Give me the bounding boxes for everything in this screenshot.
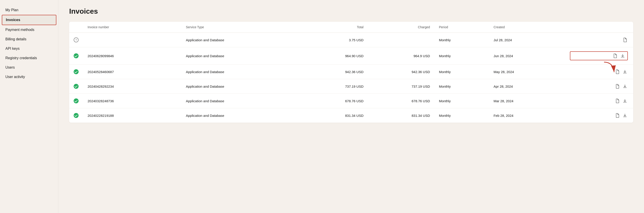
col-header-created: Created [489, 22, 566, 33]
table-row: 20240328248736 Application and Database … [69, 94, 633, 108]
sidebar-item-my-plan[interactable]: My Plan [0, 5, 58, 15]
action-icons-highlighted [570, 51, 628, 60]
view-invoice-button[interactable] [614, 69, 620, 75]
row-status-cell [69, 65, 83, 79]
row-created: May 28, 2024 [489, 65, 566, 79]
col-header-invoice-number: Invoice number [83, 22, 182, 33]
row-invoice-number: 20240528460687 [83, 65, 182, 79]
view-invoice-button[interactable] [612, 53, 618, 59]
view-invoice-button[interactable] [622, 37, 628, 43]
row-charged: 678.76 USD [368, 94, 434, 108]
row-total: 831.34 USD [302, 108, 368, 123]
action-icons [570, 83, 628, 89]
action-icons [570, 37, 628, 43]
view-invoice-button[interactable] [614, 98, 620, 104]
col-header-period: Period [434, 22, 489, 33]
row-created: Apr 28, 2024 [489, 79, 566, 94]
row-total: 678.76 USD [302, 94, 368, 108]
row-created: Jul 28, 2024 [489, 33, 566, 47]
row-charged: 831.34 USD [368, 108, 434, 123]
row-service-type: Application and Database [182, 65, 302, 79]
action-icons [570, 112, 628, 119]
sidebar-item-invoices[interactable]: Invoices [2, 15, 56, 25]
table-row: 20240528460687 Application and Database … [69, 65, 633, 79]
download-invoice-button[interactable] [622, 98, 628, 104]
page-title: Invoices [69, 7, 633, 15]
row-total: 737.19 USD [302, 79, 368, 94]
row-period: Monthly [434, 79, 489, 94]
status-paid-icon [74, 84, 78, 89]
row-status-cell: ? [69, 33, 83, 47]
row-period: Monthly [434, 33, 489, 47]
col-header-charged: Charged [368, 22, 434, 33]
download-invoice-button[interactable] [622, 112, 628, 119]
row-invoice-number: 20240628099846 [83, 47, 182, 65]
sidebar-item-user-activity[interactable]: User activity [0, 72, 58, 82]
download-invoice-button[interactable] [622, 83, 628, 89]
row-actions-cell [566, 108, 633, 123]
row-period: Monthly [434, 65, 489, 79]
row-period: Monthly [434, 108, 489, 123]
row-invoice-number [83, 33, 182, 47]
sidebar-item-billing-details[interactable]: Billing details [0, 34, 58, 44]
status-pending-icon: ? [74, 37, 78, 42]
sidebar-item-registry-credentials[interactable]: Registry credentials [0, 53, 58, 63]
col-header-service-type: Service Type [182, 22, 302, 33]
invoices-table-container: Invoice number Service Type Total Charge… [69, 22, 633, 123]
download-invoice-button[interactable] [620, 53, 626, 59]
row-created: Jun 28, 2024 [489, 47, 566, 65]
row-actions-cell [566, 79, 633, 94]
action-icons [570, 69, 628, 75]
table-row: 20240228219188 Application and Database … [69, 108, 633, 123]
status-paid-icon [74, 113, 78, 118]
status-paid-icon [74, 69, 78, 74]
sidebar-item-api-keys[interactable]: API keys [0, 44, 58, 53]
row-actions-cell [566, 65, 633, 79]
main-content: Invoices Invoice number Service Type Tot… [58, 0, 644, 213]
sidebar-item-payment-methods[interactable]: Payment methods [0, 25, 58, 34]
row-actions-cell [566, 94, 633, 108]
table-row: 20240428292234 Application and Database … [69, 79, 633, 94]
sidebar-item-users[interactable]: Users [0, 63, 58, 72]
row-period: Monthly [434, 94, 489, 108]
table-row: ? Application and Database 3.75 USD Mont… [69, 33, 633, 47]
row-service-type: Application and Database [182, 94, 302, 108]
row-total: 942.36 USD [302, 65, 368, 79]
table-header-row: Invoice number Service Type Total Charge… [69, 22, 633, 33]
row-charged: 964.9 USD [368, 47, 434, 65]
view-invoice-button[interactable] [614, 112, 620, 119]
row-status-cell [69, 108, 83, 123]
sidebar: My Plan Invoices Payment methods Billing… [0, 0, 58, 213]
row-service-type: Application and Database [182, 47, 302, 65]
row-status-cell [69, 94, 83, 108]
row-service-type: Application and Database [182, 108, 302, 123]
row-created: Mar 28, 2024 [489, 94, 566, 108]
row-status-cell [69, 79, 83, 94]
view-invoice-button[interactable] [614, 83, 620, 89]
row-total: 964.90 USD [302, 47, 368, 65]
row-service-type: Application and Database [182, 33, 302, 47]
row-actions-cell [566, 47, 633, 65]
row-period: Monthly [434, 47, 489, 65]
invoices-table: Invoice number Service Type Total Charge… [69, 22, 633, 123]
status-paid-icon [74, 53, 78, 58]
row-status-cell [69, 47, 83, 65]
status-paid-icon [74, 98, 78, 103]
row-total: 3.75 USD [302, 33, 368, 47]
action-icons [570, 98, 628, 104]
download-invoice-button[interactable] [622, 69, 628, 75]
row-charged: 942.36 USD [368, 65, 434, 79]
table-row: 20240628099846 Application and Database … [69, 47, 633, 65]
row-created: Feb 28, 2024 [489, 108, 566, 123]
row-service-type: Application and Database [182, 79, 302, 94]
row-invoice-number: 20240328248736 [83, 94, 182, 108]
row-invoice-number: 20240228219188 [83, 108, 182, 123]
row-actions-cell [566, 33, 633, 47]
col-header-icon [69, 22, 83, 33]
row-charged: 737.19 USD [368, 79, 434, 94]
col-header-actions [566, 22, 633, 33]
row-charged [368, 33, 434, 47]
col-header-total: Total [302, 22, 368, 33]
row-invoice-number: 20240428292234 [83, 79, 182, 94]
